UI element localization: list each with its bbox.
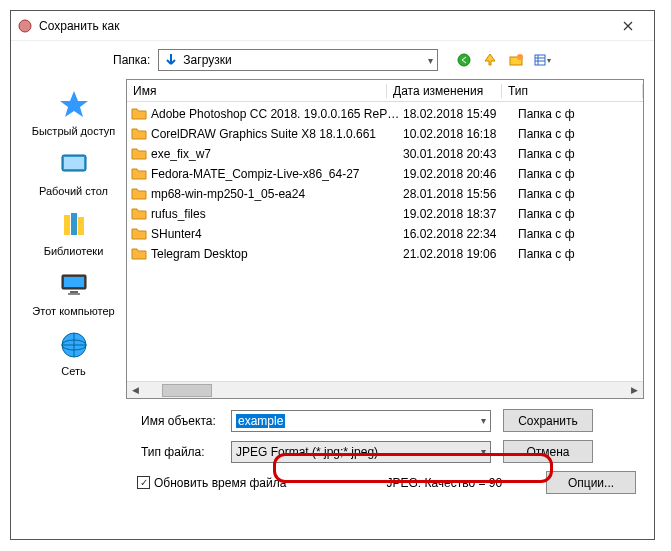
table-row[interactable]: SHunter4 16.02.2018 22:34 Папка с ф <box>127 224 643 244</box>
svg-marker-5 <box>60 91 88 117</box>
svg-rect-10 <box>78 217 84 235</box>
up-icon[interactable] <box>480 50 500 70</box>
places-sidebar: Быстрый доступ Рабочий стол Библиотеки Э… <box>21 79 126 399</box>
svg-rect-9 <box>71 213 77 235</box>
list-header: Имя Дата изменения Тип <box>127 80 643 102</box>
nav-icons: ▾ <box>454 50 552 70</box>
sidebar-desktop[interactable]: Рабочий стол <box>21 143 126 203</box>
svg-rect-4 <box>535 55 545 65</box>
svg-rect-8 <box>64 215 70 235</box>
folder-row: Папка: Загрузки ▾ ▾ <box>113 49 644 71</box>
filetype-label: Тип файла: <box>21 445 231 459</box>
options-button[interactable]: Опции... <box>546 471 636 494</box>
table-row[interactable]: mp68-win-mp250-1_05-ea24 28.01.2018 15:5… <box>127 184 643 204</box>
quality-label: JPEG: Качество = 90 <box>386 476 502 490</box>
form-rows: Имя объекта: example ▾ Сохранить Тип фай… <box>21 409 644 494</box>
col-type[interactable]: Тип <box>502 84 643 98</box>
table-row[interactable]: Adobe Photoshop CC 2018. 19.0.0.165 RePa… <box>127 104 643 124</box>
svg-point-0 <box>19 20 31 32</box>
update-time-checkbox[interactable]: ✓ Обновить время файла <box>137 476 286 490</box>
new-folder-icon[interactable] <box>506 50 526 70</box>
chevron-down-icon[interactable]: ▾ <box>481 446 486 457</box>
sidebar-quick-access[interactable]: Быстрый доступ <box>21 83 126 143</box>
save-button[interactable]: Сохранить <box>503 409 593 432</box>
app-icon <box>17 18 33 34</box>
filename-row: Имя объекта: example ▾ Сохранить <box>21 409 644 432</box>
table-row[interactable]: exe_fix_w7 30.01.2018 20:43 Папка с ф <box>127 144 643 164</box>
folder-select[interactable]: Загрузки ▾ <box>158 49 438 71</box>
file-list: Имя Дата изменения Тип Adobe Photoshop C… <box>126 79 644 399</box>
cancel-button[interactable]: Отмена <box>503 440 593 463</box>
bottom-row: ✓ Обновить время файла JPEG: Качество = … <box>21 471 644 494</box>
chevron-down-icon: ▾ <box>428 55 433 66</box>
sidebar-this-pc[interactable]: Этот компьютер <box>21 263 126 323</box>
svg-rect-13 <box>70 291 78 293</box>
filename-input[interactable]: example ▾ <box>231 410 491 432</box>
back-icon[interactable] <box>454 50 474 70</box>
svg-rect-14 <box>68 293 80 295</box>
sidebar-libraries[interactable]: Библиотеки <box>21 203 126 263</box>
chevron-down-icon[interactable]: ▾ <box>481 415 486 426</box>
scroll-thumb[interactable] <box>162 384 212 397</box>
filetype-select[interactable]: JPEG Format (*.jpg;*.jpeg) ▾ <box>231 441 491 463</box>
titlebar: Сохранить как <box>11 11 654 41</box>
col-date[interactable]: Дата изменения <box>387 84 502 98</box>
col-name[interactable]: Имя <box>127 84 387 98</box>
scroll-left-icon[interactable]: ◀ <box>127 382 144 399</box>
close-button[interactable] <box>608 14 648 38</box>
filename-label: Имя объекта: <box>21 414 231 428</box>
content-row: Быстрый доступ Рабочий стол Библиотеки Э… <box>21 79 644 399</box>
table-row[interactable]: rufus_files 19.02.2018 18:37 Папка с ф <box>127 204 643 224</box>
dialog-body: Папка: Загрузки ▾ ▾ Быстрый доступ <box>11 41 654 502</box>
horizontal-scrollbar[interactable]: ◀ ▶ <box>127 381 643 398</box>
svg-point-1 <box>458 54 470 66</box>
sidebar-network[interactable]: Сеть <box>21 323 126 383</box>
table-row[interactable]: CorelDRAW Graphics Suite X8 18.1.0.661 1… <box>127 124 643 144</box>
scroll-right-icon[interactable]: ▶ <box>626 382 643 399</box>
svg-point-3 <box>517 54 523 60</box>
filetype-row: Тип файла: JPEG Format (*.jpg;*.jpeg) ▾ … <box>21 440 644 463</box>
table-row[interactable]: Fedora-MATE_Compiz-Live-x86_64-27 19.02.… <box>127 164 643 184</box>
window-title: Сохранить как <box>39 19 608 33</box>
svg-rect-12 <box>64 277 84 287</box>
check-icon: ✓ <box>137 476 150 489</box>
folder-current: Загрузки <box>183 53 231 67</box>
table-row[interactable]: Telegram Desktop 21.02.2018 19:06 Папка … <box>127 244 643 264</box>
svg-rect-7 <box>64 157 84 169</box>
view-icon[interactable]: ▾ <box>532 50 552 70</box>
save-as-dialog: Сохранить как Папка: Загрузки ▾ ▾ <box>10 10 655 540</box>
list-body[interactable]: Adobe Photoshop CC 2018. 19.0.0.165 RePa… <box>127 102 643 381</box>
folder-label: Папка: <box>113 53 150 67</box>
